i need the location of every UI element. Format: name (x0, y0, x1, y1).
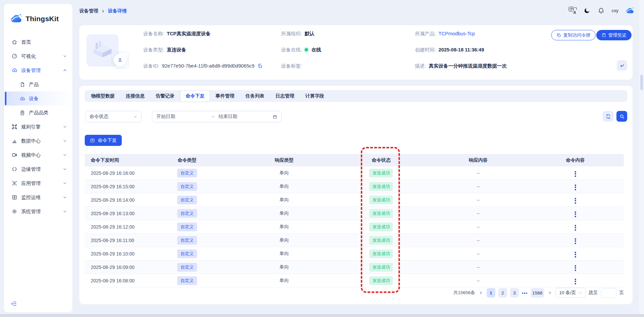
tab-log-management[interactable]: 日志管理 (270, 91, 299, 102)
jump-to-label: 跳至 (589, 290, 598, 296)
sidebar-item-product[interactable]: 产品 (4, 77, 72, 91)
cell-time: 2025-08-29 16:15:00 (85, 184, 139, 189)
date-range-picker[interactable]: 开始日期 结束日期 (152, 111, 282, 122)
page-button-last[interactable]: 1566 (531, 288, 544, 298)
sidebar-item-monitoring-ops[interactable]: 监控运维 (4, 190, 72, 204)
row-actions-kebab-icon[interactable] (573, 224, 577, 232)
row-actions-kebab-icon[interactable] (573, 277, 577, 286)
copy-access-token-button[interactable]: 复制访问令牌 (551, 30, 596, 40)
scrollbar-track[interactable] (639, 0, 644, 317)
org-label: 所属组织: (281, 30, 302, 38)
next-page-icon[interactable] (547, 290, 553, 295)
collapse-sidebar-icon[interactable] (11, 301, 17, 307)
command-type-badge: 自定义 (177, 236, 197, 245)
status-badge: 发送成功 (369, 182, 393, 191)
copy-device-id-icon[interactable] (257, 63, 263, 69)
refresh-button[interactable] (603, 111, 613, 122)
cell-response-type: 单向 (236, 210, 333, 216)
end-date-input[interactable]: 结束日期 (219, 114, 269, 120)
cell-time: 2025-08-29 16:14:00 (85, 197, 139, 203)
copy-icon (556, 33, 561, 38)
tab-event-management[interactable]: 事件管理 (211, 91, 239, 102)
command-type-badge: 自定义 (177, 249, 197, 258)
sidebar-item-app-management[interactable]: 应用管理 (4, 176, 72, 190)
username[interactable]: cxy (612, 8, 618, 13)
status-badge: 发送成功 (369, 196, 393, 204)
cell-time: 2025-08-29 16:10:00 (85, 251, 139, 256)
search-button[interactable] (616, 111, 627, 122)
row-actions-kebab-icon[interactable] (573, 250, 577, 259)
notification-bell-icon[interactable] (598, 7, 605, 14)
command-type-badge: 自定义 (177, 209, 197, 218)
sidebar-item-system-management[interactable]: 系统管理 (4, 204, 72, 219)
sidebar-item-rule-engine[interactable]: 规则引擎 (4, 120, 72, 134)
sidebar-item-video-center[interactable]: 视频中心 (4, 148, 72, 162)
language-toggle-icon[interactable]: 中 A (569, 7, 576, 14)
start-date-input[interactable]: 开始日期 (156, 114, 207, 120)
command-dispatch-button[interactable]: 命令下发 (85, 135, 122, 146)
command-type-badge: 自定义 (177, 223, 197, 231)
home-icon (11, 39, 17, 45)
chevron-down-icon (63, 153, 67, 157)
breadcrumb-device-management[interactable]: 设备管理 (79, 8, 98, 14)
command-status-select[interactable]: 命令状态 (85, 111, 142, 122)
row-actions-kebab-icon[interactable] (573, 170, 577, 178)
sidebar-item-edge-management[interactable]: 边缘管理 (4, 162, 72, 176)
window-bottom-edge (0, 314, 644, 317)
cell-time: 2025-08-29 16:13:00 (85, 211, 139, 216)
table-header: 命令下发时间 命令类型 响应类型 命令状态 响应内容 命令内容 (85, 154, 624, 166)
upload-icon[interactable] (114, 54, 126, 67)
cloud-icon (20, 96, 25, 102)
tab-command-dispatch[interactable]: 命令下发 (181, 91, 210, 102)
chevron-down-icon (63, 209, 67, 213)
sidebar-item-visualization[interactable]: 可视化 (4, 49, 72, 63)
manage-credentials-button[interactable]: 管理凭证 (596, 30, 632, 40)
tab-thing-model-data[interactable]: 物模型数据 (86, 91, 120, 102)
status-badge: 发送成功 (369, 249, 393, 258)
cell-response-type: 单向 (236, 184, 333, 190)
page-size-select[interactable]: 10 条/页 (556, 288, 586, 298)
row-actions-kebab-icon[interactable] (573, 264, 577, 272)
tab-task-list[interactable]: 任务列表 (240, 91, 269, 102)
cell-response-type: 单向 (236, 197, 333, 203)
device-tag-label: 设备标签: (281, 62, 302, 70)
sidebar-item-home[interactable]: 首页 (4, 35, 72, 49)
chevron-down-icon (63, 167, 67, 171)
back-button[interactable] (617, 60, 627, 71)
col-dispatch-time: 命令下发时间 (85, 157, 139, 163)
status-badge: 发送成功 (369, 276, 393, 285)
scrollbar-thumb[interactable] (640, 75, 643, 90)
cell-response: -- (430, 224, 527, 230)
user-avatar[interactable] (626, 7, 635, 14)
sidebar: ThingsKit 首页 可视化 设备管理 产品 设备 产品品类 (4, 4, 72, 312)
product-link[interactable]: TCPmodbus-Tcp (439, 30, 475, 38)
page-button-1[interactable]: 1 (487, 288, 495, 298)
status-badge: 发送成功 (369, 209, 393, 218)
status-badge: 发送成功 (369, 223, 393, 231)
tab-alarm-records[interactable]: 告警记录 (151, 91, 180, 102)
page-ellipsis[interactable]: ••• (522, 290, 528, 295)
chevron-down-icon (63, 195, 67, 199)
page-button-3[interactable]: 3 (510, 288, 519, 298)
jump-page-input[interactable] (601, 288, 616, 298)
row-actions-kebab-icon[interactable] (573, 210, 577, 219)
undo-arrow-icon (619, 63, 625, 68)
vector-square-icon (11, 124, 17, 130)
cell-time: 2025-08-29 16:08:00 (85, 278, 139, 283)
row-actions-kebab-icon[interactable] (573, 237, 577, 245)
command-type-badge: 自定义 (177, 276, 197, 285)
prev-page-icon[interactable] (478, 290, 484, 295)
sidebar-item-device-management[interactable]: 设备管理 (4, 63, 72, 77)
status-badge: 发送成功 (369, 169, 393, 177)
tab-connection-info[interactable]: 连接信息 (121, 91, 150, 102)
online-status-label: 设备在线: (281, 46, 302, 54)
page-button-2[interactable]: 2 (498, 288, 507, 298)
dark-mode-moon-icon[interactable] (583, 7, 591, 14)
row-actions-kebab-icon[interactable] (573, 197, 577, 205)
sidebar-item-device[interactable]: 设备 (4, 91, 72, 106)
row-actions-kebab-icon[interactable] (573, 183, 577, 192)
sidebar-item-product-category[interactable]: 产品品类 (4, 106, 72, 120)
sidebar-item-data-center[interactable]: 数据中心 (4, 134, 72, 148)
tab-computed-fields[interactable]: 计算字段 (300, 91, 329, 102)
cell-response-type: 单向 (236, 237, 333, 243)
